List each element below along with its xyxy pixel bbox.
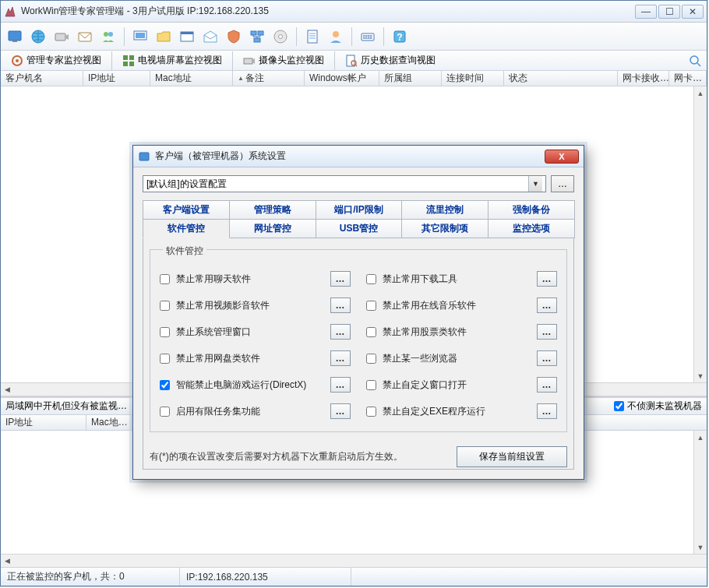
- detail-button[interactable]: …: [330, 403, 351, 419]
- check-browser: 禁止某一些浏览器 …: [366, 350, 557, 366]
- check-game: 智能禁止电脑游戏运行(DirectX) …: [160, 377, 351, 393]
- tab-usb[interactable]: USB管控: [316, 220, 403, 238]
- tab-software[interactable]: 软件管控: [143, 220, 230, 238]
- dialog-layer: 客户端（被管理机器）系统设置 X [默认组]的设置配置 ▼ … 客户端设置 管理…: [0, 0, 709, 588]
- detail-button[interactable]: …: [330, 377, 351, 393]
- check-label: 禁止常用在线音乐软件: [383, 299, 531, 312]
- check-download: 禁止常用下载工具 …: [366, 271, 557, 287]
- detail-button[interactable]: …: [537, 298, 557, 313]
- detail-button[interactable]: …: [537, 377, 557, 393]
- check-label: 启用有限任务集功能: [176, 405, 324, 418]
- check-label: 禁止常用股票类软件: [383, 326, 531, 339]
- dialog-body: [默认组]的设置配置 ▼ … 客户端设置 管理策略 端口/IP限制 流里控制 强…: [133, 167, 584, 479]
- tab-client[interactable]: 客户端设置: [143, 200, 230, 220]
- software-fieldset: 软件管控 禁止常用聊天软件 … 禁止常用下载工具 …: [150, 249, 567, 432]
- check-label: 禁止常用聊天软件: [176, 273, 324, 286]
- checkbox-exe[interactable]: [366, 407, 376, 417]
- config-dropdown-value: [默认组]的设置配置: [146, 178, 227, 191]
- checkbox-taskset[interactable]: [160, 407, 170, 417]
- checkbox-netdisk[interactable]: [160, 354, 170, 364]
- tabs-row-top: 客户端设置 管理策略 端口/IP限制 流里控制 强制备份: [143, 200, 574, 220]
- checkbox-video[interactable]: [160, 301, 170, 311]
- checkbox-sysmgr[interactable]: [160, 327, 170, 337]
- check-label: 禁止常用网盘类软件: [176, 352, 324, 365]
- dialog-title: 客户端（被管理机器）系统设置: [155, 150, 545, 163]
- check-label: 禁止常用下载工具: [383, 273, 531, 286]
- settings-dialog: 客户端（被管理机器）系统设置 X [默认组]的设置配置 ▼ … 客户端设置 管理…: [132, 145, 584, 480]
- detail-button[interactable]: …: [330, 298, 351, 313]
- checkbox-stock[interactable]: [366, 327, 376, 337]
- chevron-down-icon: ▼: [528, 176, 542, 192]
- detail-button[interactable]: …: [537, 271, 557, 287]
- check-window: 禁止自定义窗口打开 …: [366, 377, 557, 393]
- checkbox-window[interactable]: [366, 380, 376, 390]
- tabs-row-bottom: 软件管控 网址管控 USB管控 其它限制项 监控选项: [143, 220, 574, 238]
- save-button[interactable]: 保存当前组设置: [457, 446, 567, 467]
- check-sysmgr: 禁止系统管理窗口 …: [160, 324, 351, 340]
- checkbox-music[interactable]: [366, 301, 376, 311]
- tab-flow[interactable]: 流里控制: [401, 200, 489, 220]
- dialog-close-button[interactable]: X: [545, 150, 579, 164]
- dialog-title-bar: 客户端（被管理机器）系统设置 X: [133, 146, 584, 167]
- footer-note: 有(*)的项在设置改变后需要对方机器下次重新启动后方生效。: [150, 450, 447, 463]
- dialog-icon: [138, 150, 150, 163]
- check-music: 禁止常用在线音乐软件 …: [366, 298, 557, 313]
- check-taskset: 启用有限任务集功能 …: [160, 403, 351, 419]
- check-label: 禁止系统管理窗口: [176, 326, 324, 339]
- checkbox-game[interactable]: [160, 380, 170, 390]
- tab-monitor[interactable]: 监控选项: [488, 220, 575, 238]
- tab-panel-software: 软件管控 禁止常用聊天软件 … 禁止常用下载工具 …: [143, 238, 574, 470]
- svg-rect-31: [139, 153, 149, 160]
- detail-button[interactable]: …: [330, 350, 351, 366]
- detail-button[interactable]: …: [537, 350, 557, 366]
- tab-url[interactable]: 网址管控: [229, 220, 316, 238]
- detail-button[interactable]: …: [537, 324, 557, 340]
- check-label: 禁止常用视频影音软件: [176, 299, 324, 312]
- check-label: 禁止自定义EXE程序运行: [383, 405, 531, 418]
- config-select-row: [默认组]的设置配置 ▼ …: [143, 175, 574, 192]
- detail-button[interactable]: …: [537, 403, 557, 419]
- tab-other[interactable]: 其它限制项: [401, 220, 489, 238]
- dialog-footer: 有(*)的项在设置改变后需要对方机器下次重新启动后方生效。 保存当前组设置: [150, 446, 567, 467]
- checkbox-chat[interactable]: [160, 274, 170, 284]
- check-label: 智能禁止电脑游戏运行(DirectX): [176, 379, 324, 392]
- detail-button[interactable]: …: [330, 271, 351, 287]
- config-dropdown[interactable]: [默认组]的设置配置 ▼: [143, 175, 546, 192]
- check-exe: 禁止自定义EXE程序运行 …: [366, 403, 557, 419]
- check-netdisk: 禁止常用网盘类软件 …: [160, 350, 351, 366]
- config-browse-button[interactable]: …: [551, 175, 574, 192]
- check-label: 禁止某一些浏览器: [383, 352, 531, 365]
- check-video: 禁止常用视频影音软件 …: [160, 298, 351, 313]
- tab-backup[interactable]: 强制备份: [488, 200, 575, 220]
- detail-button[interactable]: …: [330, 324, 351, 340]
- fieldset-legend: 软件管控: [163, 245, 206, 258]
- check-stock: 禁止常用股票类软件 …: [366, 324, 557, 340]
- tab-policy[interactable]: 管理策略: [229, 200, 316, 220]
- check-chat: 禁止常用聊天软件 …: [160, 271, 351, 287]
- checkbox-browser[interactable]: [366, 354, 376, 364]
- check-label: 禁止自定义窗口打开: [383, 379, 531, 392]
- checkbox-download[interactable]: [366, 274, 376, 284]
- check-grid: 禁止常用聊天软件 … 禁止常用下载工具 … 禁止常用视频影音软件 …: [158, 268, 559, 424]
- tab-port-ip[interactable]: 端口/IP限制: [316, 200, 403, 220]
